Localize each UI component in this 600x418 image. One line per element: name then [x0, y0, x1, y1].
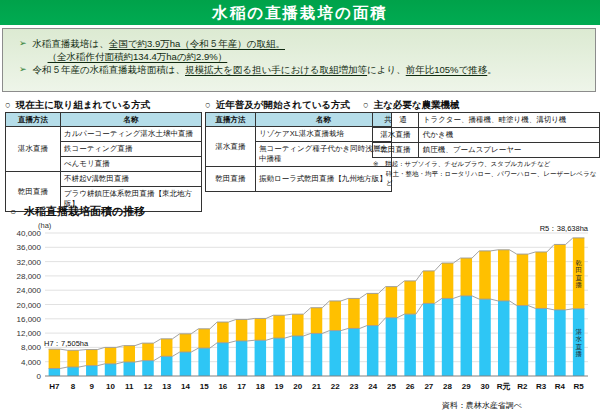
bullet-line: （全水稲作付面積約134.4万haの約2.9%） [33, 50, 285, 63]
method-cell: 湛水直播 [6, 127, 61, 172]
section-title-new-methods: ○近年普及が開始されている方式 [205, 99, 350, 112]
bar-kanden [255, 318, 266, 340]
annotation-h7: H7：7,505ha [44, 339, 89, 348]
machines-note: ※ 耕起：サブソイラ、チゼルプラウ、スタブルカルチなど 砕土・整地・均平：ロータ… [373, 159, 599, 188]
bar-kanden [124, 346, 136, 362]
svg-text:10: 10 [106, 382, 115, 391]
bar-tansui [461, 296, 473, 376]
bar-tansui [423, 303, 435, 376]
svg-text:16,000: 16,000 [17, 315, 42, 324]
bar-tansui [498, 301, 510, 376]
bar-kanden [367, 293, 379, 325]
bar-kanden [461, 258, 473, 296]
bar-tansui [311, 333, 323, 376]
svg-text:12,000: 12,000 [17, 329, 42, 338]
bar-tansui [255, 340, 266, 376]
bar-tansui [142, 361, 154, 376]
bar-tansui [517, 306, 529, 376]
svg-text:8,000: 8,000 [21, 343, 42, 352]
bar-tansui [404, 314, 416, 376]
y-axis-unit: (ha) [38, 221, 52, 230]
method-cell: 乾田直播 [206, 167, 256, 192]
svg-text:H7: H7 [49, 382, 60, 391]
bar-label-tansui: 湛水直播 [575, 328, 582, 359]
svg-text:14: 14 [181, 382, 190, 391]
slide-page: { "page_title": "水稲の直播栽培の面積", "summary":… [0, 0, 600, 418]
col-header-name: 名称 [61, 113, 202, 127]
svg-text:24: 24 [368, 382, 377, 391]
chart-title: ○水稲直播栽培面積の推移 [10, 204, 145, 219]
bar-kanden [554, 244, 566, 309]
svg-text:18: 18 [256, 382, 265, 391]
svg-text:R4: R4 [555, 382, 566, 391]
bar-label-kanden: 乾田直播 [575, 259, 582, 290]
name-cell: べんモリ直播 [61, 157, 202, 172]
bar-kanden [142, 343, 154, 361]
bar-tansui [86, 366, 98, 376]
bar-kanden [517, 254, 529, 305]
svg-text:28,000: 28,000 [17, 272, 42, 281]
bar-tansui [217, 343, 229, 376]
svg-text:25: 25 [387, 382, 396, 391]
name-cell: 鉄コーティング直播 [61, 142, 202, 157]
bar-tansui [273, 338, 285, 376]
source-note: 資料：農林水産省調べ [0, 400, 522, 411]
svg-text:17: 17 [237, 382, 246, 391]
bar-kanden [498, 250, 510, 301]
bar-kanden [67, 350, 79, 367]
bar-kanden [329, 301, 341, 331]
machine-row-value: 鎮圧機、ブームスプレーヤー [418, 143, 599, 158]
bars [49, 238, 585, 376]
col-header-method: 直播方法 [206, 113, 256, 127]
svg-text:32,000: 32,000 [17, 258, 42, 267]
svg-text:27: 27 [424, 382, 433, 391]
summary-bullets: ➢水稲直播栽培は、全国で約3.9万ha（令和５年産）の取組。（全水稲作付面積約1… [19, 37, 587, 76]
bar-tansui [386, 318, 398, 376]
bar-tansui [554, 310, 566, 376]
summary-bullet: ➢令和５年産の水稲直播栽培面積は、規模拡大を図る担い手における取組増加等により、… [19, 63, 587, 76]
machine-row-value: トラクター、播種機、畦塗り機、溝切り機 [418, 113, 599, 128]
svg-text:21: 21 [312, 382, 321, 391]
svg-text:9: 9 [90, 382, 95, 391]
section-title-machines: ○主な必要な農業機械 [363, 99, 460, 112]
bullet-line: 水稲直播栽培は、全国で約3.9万ha（令和５年産）の取組。 [33, 37, 285, 50]
new-methods-table: 直播方法 名称 湛水直播 リゾケアXL湛水直播栽培 無コーティング種子代かき同時… [205, 112, 392, 192]
bar-tansui [180, 352, 192, 376]
circle-marker-icon: ○ [5, 99, 11, 110]
svg-text:12: 12 [144, 382, 153, 391]
svg-text:29: 29 [462, 382, 471, 391]
name-cell: カルパーコーティング湛水土壌中直播 [61, 127, 202, 142]
bar-tansui [198, 348, 210, 376]
bar-kanden [311, 308, 323, 334]
circle-marker-icon: ○ [363, 99, 369, 110]
bar-tansui [105, 364, 117, 376]
bar-kanden [273, 315, 285, 338]
bar-tansui [236, 341, 248, 376]
svg-text:24,000: 24,000 [17, 286, 42, 295]
bar-kanden [386, 287, 398, 318]
svg-text:R元: R元 [497, 382, 511, 391]
bar-tansui [348, 328, 360, 376]
name-cell: 振動ローラ式乾田直播【九州地方版】 [256, 167, 392, 192]
bar-kanden [86, 350, 98, 366]
bar-kanden [217, 322, 229, 343]
bar-kanden [442, 263, 454, 298]
bar-kanden [404, 281, 416, 314]
bar-tansui [161, 356, 173, 376]
summary-box: ➢水稲直播栽培は、全国で約3.9万ha（令和５年産）の取組。（全水稲作付面積約1… [2, 28, 596, 92]
svg-text:28: 28 [443, 382, 452, 391]
bar-tansui [49, 368, 61, 376]
circle-marker-icon: ○ [205, 99, 211, 110]
svg-text:40,000: 40,000 [17, 229, 42, 238]
bar-tansui [442, 298, 454, 376]
bullet-arrow-icon: ➢ [19, 37, 27, 63]
bullet-arrow-icon: ➢ [19, 63, 27, 76]
svg-text:0: 0 [37, 372, 42, 381]
bar-kanden [292, 314, 304, 336]
svg-text:11: 11 [125, 382, 134, 391]
svg-text:15: 15 [200, 382, 209, 391]
svg-text:19: 19 [275, 382, 284, 391]
section-title-current-methods: ○現在主に取り組まれている方式 [5, 99, 150, 112]
svg-text:R3: R3 [536, 382, 547, 391]
bar-tansui [479, 299, 491, 376]
